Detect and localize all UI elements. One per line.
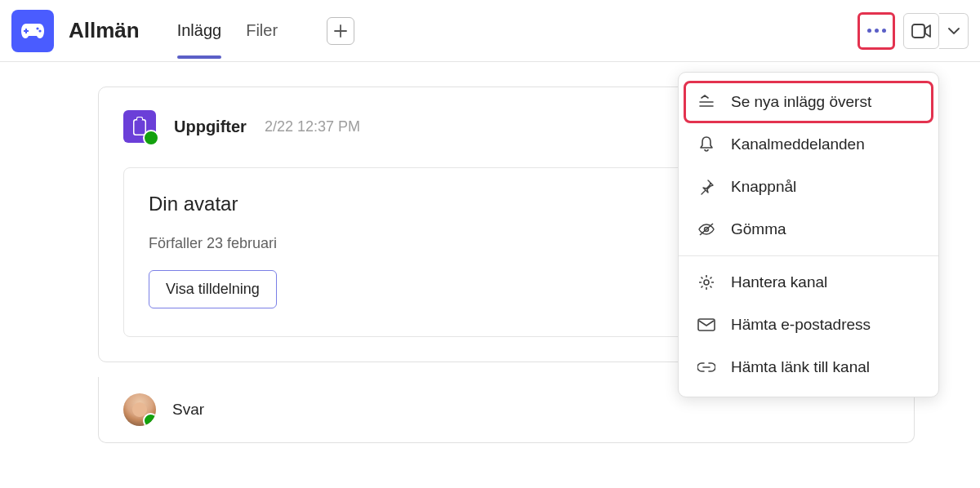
pin-icon	[697, 177, 716, 197]
gear-icon	[697, 273, 716, 292]
svg-rect-11	[137, 118, 142, 121]
ellipsis-icon	[867, 29, 886, 33]
reply-label: Svar	[172, 401, 204, 419]
menu-item-label: Se nya inlägg överst	[731, 93, 871, 111]
svg-point-2	[36, 27, 38, 29]
meet-button[interactable]	[903, 13, 939, 49]
svg-rect-1	[24, 30, 29, 32]
menu-item-link[interactable]: Hämta länk till kanal	[679, 346, 938, 388]
channel-name: Allmän	[69, 18, 140, 43]
more-options-button[interactable]	[858, 12, 895, 50]
mail-icon	[697, 315, 716, 335]
tab-posts[interactable]: Inlägg	[177, 3, 222, 58]
add-tab-button[interactable]	[327, 17, 354, 45]
eye-off-icon	[697, 220, 716, 239]
bell-icon	[697, 135, 716, 154]
chevron-down-icon	[948, 28, 960, 34]
svg-rect-4	[912, 24, 924, 38]
menu-item-label: Gömma	[731, 220, 786, 238]
meet-dropdown-button[interactable]	[939, 13, 969, 49]
link-icon	[697, 357, 716, 377]
assignments-app-icon	[123, 110, 156, 143]
post-timestamp: 2/22 12:37 PM	[265, 118, 360, 135]
view-assignment-button[interactable]: Visa tilldelning	[149, 270, 277, 308]
tab-files[interactable]: Filer	[246, 3, 278, 58]
menu-item-newest-first[interactable]: Se nya inlägg överst	[685, 82, 932, 122]
tabs: Inlägg Filer	[177, 3, 354, 58]
svg-rect-7	[698, 319, 715, 331]
sort-icon	[697, 92, 716, 112]
menu-item-notifications[interactable]: Kanalmeddelanden	[679, 123, 938, 166]
channel-header: Allmän Inlägg Filer	[0, 0, 980, 62]
menu-item-label: Hantera kanal	[731, 273, 827, 291]
menu-item-hide[interactable]: Gömma	[679, 208, 938, 251]
post-sender: Uppgifter	[174, 118, 247, 136]
menu-item-label: Kanalmeddelanden	[731, 135, 865, 153]
svg-rect-10	[135, 121, 145, 135]
menu-item-label: Hämta länk till kanal	[731, 358, 870, 376]
user-avatar	[123, 393, 156, 426]
video-icon	[911, 24, 931, 38]
menu-item-email[interactable]: Hämta e-postadress	[679, 304, 938, 346]
svg-point-6	[704, 280, 709, 285]
header-actions	[858, 12, 969, 50]
menu-item-label: Hämta e-postadress	[731, 316, 871, 334]
channel-options-menu: Se nya inlägg överst Kanalmeddelanden Kn…	[678, 72, 939, 397]
menu-item-pin[interactable]: Knappnål	[679, 166, 938, 208]
menu-item-label: Knappnål	[731, 178, 796, 196]
team-icon	[11, 10, 54, 52]
svg-point-3	[38, 29, 41, 32]
plus-icon	[333, 24, 348, 38]
gamepad-icon	[20, 22, 46, 40]
menu-item-manage[interactable]: Hantera kanal	[679, 261, 938, 304]
menu-separator	[679, 255, 938, 256]
